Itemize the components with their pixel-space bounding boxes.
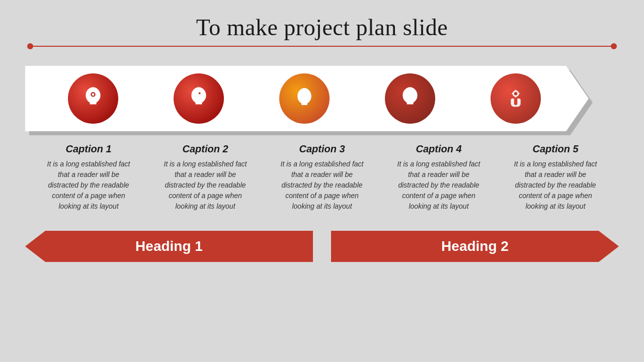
icon-circle-4 <box>385 73 435 124</box>
svg-rect-13 <box>303 97 306 98</box>
svg-rect-11 <box>201 93 202 94</box>
caption-col-2: Caption 2 It is a long established fact … <box>156 143 255 212</box>
svg-rect-26 <box>512 93 513 94</box>
caption-4-title: Caption 4 <box>393 143 484 155</box>
arrow-band <box>25 66 589 131</box>
svg-rect-9 <box>199 95 200 96</box>
caption-3-body: It is a long established fact that a rea… <box>277 159 367 212</box>
icon-circle-5 <box>491 73 541 124</box>
crosshair-head-icon <box>80 85 106 112</box>
svg-point-23 <box>514 92 518 96</box>
caption-5-body: It is a long established fact that a rea… <box>510 159 601 212</box>
caption-4-body: It is a long established fact that a rea… <box>393 159 484 212</box>
svg-rect-10 <box>197 93 198 94</box>
heading-1-label-wrapper: Heading 1 <box>25 231 313 262</box>
caption-col-1: Caption 1 It is a long established fact … <box>39 143 138 212</box>
slide-title: To make project plan slide <box>0 14 644 41</box>
svg-point-5 <box>92 93 95 96</box>
bulb-head-icon <box>291 85 317 112</box>
svg-point-7 <box>199 92 201 94</box>
caption-5-title: Caption 5 <box>510 143 601 155</box>
title-area: To make project plan slide <box>0 0 644 41</box>
arrow-band-container <box>25 66 619 131</box>
caption-1-body: It is a long established fact that a rea… <box>43 159 134 212</box>
heading-2-label: Heading 2 <box>431 238 519 254</box>
svg-rect-24 <box>515 89 516 91</box>
slide: To make project plan slide <box>0 0 644 362</box>
caption-3-title: Caption 3 <box>277 143 367 155</box>
gear-head-icon <box>186 85 212 112</box>
svg-point-14 <box>303 90 305 92</box>
svg-point-17 <box>409 94 411 95</box>
caption-col-3: Caption 3 It is a long established fact … <box>273 143 371 212</box>
hand-gear-icon <box>503 85 529 112</box>
svg-point-12 <box>302 91 307 98</box>
captions-row: Caption 1 It is a long established fact … <box>30 143 614 212</box>
svg-rect-8 <box>199 91 200 92</box>
heading-arrow-1: Heading 1 <box>25 231 313 262</box>
divider-line <box>30 46 614 47</box>
caption-col-4: Caption 4 It is a long established fact … <box>389 143 488 212</box>
icon-circle-3 <box>279 73 330 124</box>
caption-1-title: Caption 1 <box>43 143 134 155</box>
target-head-icon <box>397 85 423 112</box>
caption-2-body: It is a long established fact that a rea… <box>160 159 251 212</box>
heading-1-label: Heading 1 <box>125 238 213 254</box>
svg-rect-27 <box>518 93 520 94</box>
icon-circle-2 <box>174 73 224 124</box>
heading-arrow-2: Heading 2 <box>331 231 619 262</box>
caption-2-title: Caption 2 <box>160 143 251 155</box>
icon-circle-1 <box>68 73 118 124</box>
bottom-headings: Heading 1 Heading 2 <box>25 231 619 262</box>
svg-rect-25 <box>515 96 516 98</box>
caption-col-5: Caption 5 It is a long established fact … <box>506 143 605 212</box>
heading-2-label-wrapper: Heading 2 <box>331 231 619 262</box>
